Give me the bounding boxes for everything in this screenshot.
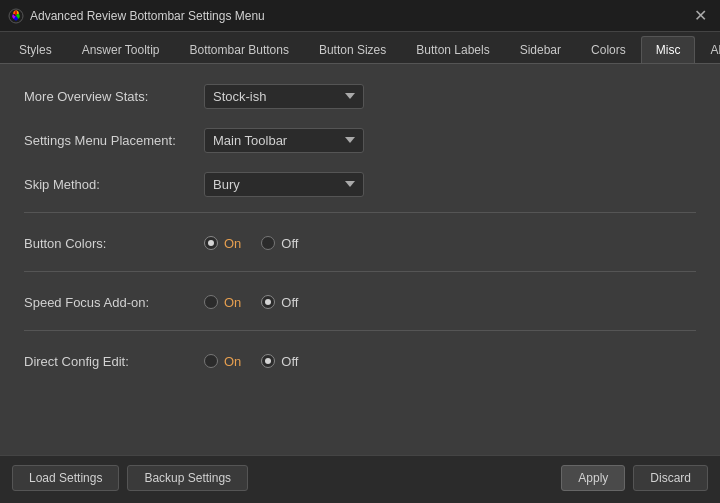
button-colors-on-option[interactable]: On <box>204 236 241 251</box>
direct-config-off-option[interactable]: Off <box>261 354 298 369</box>
speed-focus-on-option[interactable]: On <box>204 295 241 310</box>
tab-button-labels[interactable]: Button Labels <box>401 36 504 63</box>
button-colors-on-label: On <box>224 236 241 251</box>
button-colors-on-radio[interactable] <box>204 236 218 250</box>
direct-config-label: Direct Config Edit: <box>24 354 204 369</box>
titlebar-title: Advanced Review Bottombar Settings Menu <box>30 9 688 23</box>
speed-focus-row: Speed Focus Add-on: On Off <box>24 286 696 318</box>
titlebar: Advanced Review Bottombar Settings Menu … <box>0 0 720 32</box>
more-overview-stats-row: More Overview Stats: Stock-ish None Full <box>24 80 696 112</box>
speed-focus-on-label: On <box>224 295 241 310</box>
button-colors-off-label: Off <box>281 236 298 251</box>
button-colors-radio-group: On Off <box>204 236 298 251</box>
tab-sidebar[interactable]: Sidebar <box>505 36 576 63</box>
settings-panel: More Overview Stats: Stock-ish None Full… <box>0 64 720 455</box>
backup-settings-button[interactable]: Backup Settings <box>127 465 248 491</box>
apply-button[interactable]: Apply <box>561 465 625 491</box>
skip-method-label: Skip Method: <box>24 177 204 192</box>
divider-3 <box>24 330 696 331</box>
divider-2 <box>24 271 696 272</box>
speed-focus-on-radio[interactable] <box>204 295 218 309</box>
speed-focus-radio-group: On Off <box>204 295 298 310</box>
speed-focus-off-option[interactable]: Off <box>261 295 298 310</box>
tabbar: Styles Answer Tooltip Bottombar Buttons … <box>0 32 720 64</box>
tab-colors[interactable]: Colors <box>576 36 641 63</box>
close-button[interactable]: ✕ <box>688 4 712 28</box>
footer-right: Apply Discard <box>561 465 708 491</box>
direct-config-off-radio[interactable] <box>261 354 275 368</box>
discard-button[interactable]: Discard <box>633 465 708 491</box>
speed-focus-label: Speed Focus Add-on: <box>24 295 204 310</box>
footer: Load Settings Backup Settings Apply Disc… <box>0 455 720 499</box>
direct-config-off-label: Off <box>281 354 298 369</box>
skip-method-select[interactable]: Bury Suspend Delete <box>204 172 364 197</box>
button-colors-row: Button Colors: On Off <box>24 227 696 259</box>
speed-focus-off-label: Off <box>281 295 298 310</box>
button-colors-off-option[interactable]: Off <box>261 236 298 251</box>
tab-misc[interactable]: Misc <box>641 36 696 63</box>
direct-config-on-label: On <box>224 354 241 369</box>
direct-config-on-option[interactable]: On <box>204 354 241 369</box>
direct-config-row: Direct Config Edit: On Off <box>24 345 696 377</box>
tab-answer-tooltip[interactable]: Answer Tooltip <box>67 36 175 63</box>
direct-config-radio-group: On Off <box>204 354 298 369</box>
skip-method-row: Skip Method: Bury Suspend Delete <box>24 168 696 200</box>
button-colors-label: Button Colors: <box>24 236 204 251</box>
tab-button-sizes[interactable]: Button Sizes <box>304 36 401 63</box>
tab-about[interactable]: About <box>695 36 720 63</box>
settings-menu-placement-select[interactable]: Main Toolbar Review Screen Both <box>204 128 364 153</box>
more-overview-stats-select[interactable]: Stock-ish None Full <box>204 84 364 109</box>
more-overview-stats-label: More Overview Stats: <box>24 89 204 104</box>
footer-left: Load Settings Backup Settings <box>12 465 248 491</box>
app-icon <box>8 8 24 24</box>
direct-config-on-radio[interactable] <box>204 354 218 368</box>
settings-menu-placement-label: Settings Menu Placement: <box>24 133 204 148</box>
tab-styles[interactable]: Styles <box>4 36 67 63</box>
settings-menu-placement-row: Settings Menu Placement: Main Toolbar Re… <box>24 124 696 156</box>
divider-1 <box>24 212 696 213</box>
button-colors-off-radio[interactable] <box>261 236 275 250</box>
tab-bottombar-buttons[interactable]: Bottombar Buttons <box>175 36 304 63</box>
speed-focus-off-radio[interactable] <box>261 295 275 309</box>
load-settings-button[interactable]: Load Settings <box>12 465 119 491</box>
